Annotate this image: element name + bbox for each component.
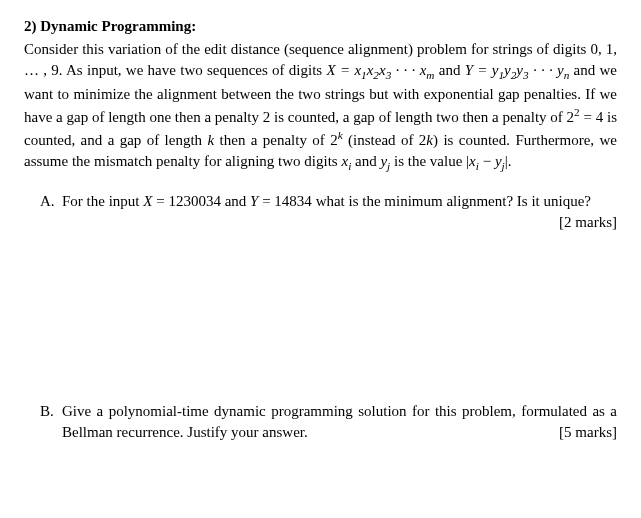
y-value: Y = 14834 (250, 193, 312, 209)
abs-expr: |xi − yj| (466, 153, 508, 169)
intro-text-4: then a penalty of (214, 132, 330, 148)
part-a-text-1: For the input (62, 193, 143, 209)
and-1: and (434, 62, 464, 78)
part-b: B. Give a polynomial-time dynamic progra… (24, 401, 617, 443)
x-value: X = 1230034 (143, 193, 221, 209)
part-a-content: For the input X = 1230034 and Y = 14834 … (62, 191, 617, 233)
part-a: A. For the input X = 1230034 and Y = 148… (24, 191, 617, 233)
question-body: Consider this variation of the edit dist… (24, 39, 617, 175)
part-b-label: B. (40, 401, 62, 422)
part-b-marks: [5 marks] (559, 422, 617, 443)
part-a-text-2: what is the minimum alignment? Is it uni… (312, 193, 591, 209)
intro-text-5: (instead of (343, 132, 419, 148)
period: . (508, 153, 512, 169)
part-a-marks: [2 marks] (559, 212, 617, 233)
and-2: and (351, 153, 380, 169)
x-sequence: X = x1x2x3 · · · xm (327, 62, 435, 78)
two-k: 2k (419, 132, 433, 148)
question-heading: 2) Dynamic Programming: (24, 16, 617, 37)
intro-text-7: is the value (390, 153, 466, 169)
y-sequence: Y = y1y2y3 · · · yn (465, 62, 570, 78)
part-a-and: and (221, 193, 250, 209)
part-b-text: Give a polynomial-time dynamic programmi… (62, 403, 617, 440)
two-squared: 22 = 4 (567, 109, 604, 125)
var-xi: xi (341, 153, 351, 169)
two-to-k: 2k (330, 132, 343, 148)
part-a-label: A. (40, 191, 62, 212)
answer-space-a (24, 241, 617, 401)
var-yj: yj (380, 153, 390, 169)
part-b-content: Give a polynomial-time dynamic programmi… (62, 401, 617, 443)
